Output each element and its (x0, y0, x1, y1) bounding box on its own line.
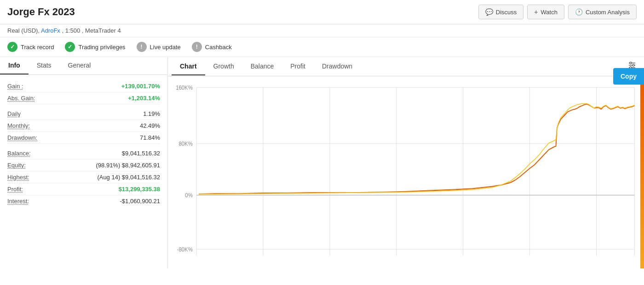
track-record-label: Track record (21, 44, 54, 51)
stat-drawdown-value: 71.84% (140, 134, 160, 141)
chart-tab-growth[interactable]: Growth (205, 58, 242, 75)
stat-drawdown-label: Drawdown: (7, 134, 37, 141)
subtitle-prefix: Real (USD), (7, 27, 41, 34)
svg-text:80K%: 80K% (178, 140, 193, 146)
chart-tab-balance[interactable]: Balance (242, 58, 282, 75)
svg-text:-80K%: -80K% (177, 246, 193, 252)
stat-separator-2 (7, 144, 160, 148)
left-tab-row: Info Stats General (0, 57, 167, 75)
badge-track-record: ✓ Track record (7, 42, 54, 52)
cashback-icon: ! (192, 42, 202, 52)
stat-abs-gain-value: +1,203.14% (128, 95, 160, 102)
tab-general[interactable]: General (60, 57, 99, 74)
stat-interest: Interest: -$1,060,900.21 (7, 195, 160, 207)
broker-link[interactable]: AdroFx (41, 27, 60, 34)
left-panel: Info Stats General Gain : +139,001.70% A… (0, 57, 168, 268)
svg-text:160K%: 160K% (176, 84, 193, 90)
live-update-icon: ! (137, 42, 147, 52)
stat-highest-value: (Aug 14) $9,041,516.32 (97, 174, 160, 181)
badge-trading-privileges: ✓ Trading privileges (65, 42, 125, 52)
stat-monthly-label: Monthly: (7, 122, 30, 129)
subtitle-bar: Real (USD), AdroFx , 1:500 , MetaTrader … (0, 24, 644, 37)
discuss-icon: 💬 (485, 8, 493, 16)
stat-monthly-value: 42.49% (140, 122, 160, 129)
custom-analysis-icon: 🕐 (575, 8, 583, 16)
badge-live-update: ! Live update (137, 42, 181, 52)
main-content: Info Stats General Gain : +139,001.70% A… (0, 57, 644, 268)
orange-accent-bar (640, 76, 644, 268)
badge-bar: ✓ Track record ✓ Trading privileges ! Li… (0, 37, 644, 57)
watch-button[interactable]: + Watch (527, 5, 564, 19)
badge-cashback: ! Cashback (192, 42, 232, 52)
header-actions: 💬 Discuss + Watch 🕐 Custom Analysis (478, 5, 637, 19)
page-header: Jorge Fx 2023 💬 Discuss + Watch 🕐 Custom… (0, 0, 644, 24)
stat-interest-value: -$1,060,900.21 (120, 198, 160, 205)
svg-point-3 (630, 62, 632, 64)
stat-monthly: Monthly: 42.49% (7, 120, 160, 132)
stat-equity-value: (98.91%) $8,942,605.91 (96, 162, 161, 169)
stat-profit: Profit: $13,299,335.38 (7, 183, 160, 195)
stat-equity-label: Equity: (7, 162, 26, 169)
stat-gain: Gain : +139,001.70% (7, 80, 160, 92)
stat-drawdown: Drawdown: 71.84% (7, 132, 160, 144)
custom-analysis-button[interactable]: 🕐 Custom Analysis (568, 5, 637, 19)
subtitle-suffix: , 1:500 , MetaTrader 4 (60, 27, 121, 34)
custom-analysis-label: Custom Analysis (586, 9, 630, 16)
stat-highest-label: Highest: (7, 174, 29, 181)
stat-gain-value: +139,001.70% (121, 83, 160, 90)
right-panel: Chart Growth Balance Profit Drawdown (168, 57, 644, 268)
copy-button[interactable]: Copy (613, 68, 644, 85)
discuss-label: Discuss (496, 9, 517, 16)
stats-table: Gain : +139,001.70% Abs. Gain: +1,203.14… (0, 75, 167, 268)
stat-abs-gain-label: Abs. Gain: (7, 95, 35, 102)
stat-profit-value: $13,299,335.38 (119, 186, 160, 193)
stat-balance: Balance: $9,041,516.32 (7, 148, 160, 160)
stat-highest: Highest: (Aug 14) $9,041,516.32 (7, 171, 160, 183)
stat-daily-label: Daily (7, 110, 21, 117)
chart-area: 160K% 80K% 0% -80K% (168, 76, 644, 268)
stat-abs-gain: Abs. Gain: +1,203.14% (7, 92, 160, 104)
track-record-icon: ✓ (7, 42, 17, 52)
svg-text:0%: 0% (185, 192, 193, 198)
stat-profit-label: Profit: (7, 186, 23, 193)
stat-daily: Daily 1.19% (7, 108, 160, 120)
trading-privileges-label: Trading privileges (78, 44, 125, 51)
stat-gain-label: Gain : (7, 83, 23, 90)
chart-tab-drawdown[interactable]: Drawdown (314, 58, 361, 75)
stat-balance-value: $9,041,516.32 (122, 150, 160, 157)
tab-info[interactable]: Info (0, 57, 29, 74)
tab-stats[interactable]: Stats (29, 57, 60, 74)
cashback-label: Cashback (205, 44, 232, 51)
chart-svg: 160K% 80K% 0% -80K% (168, 76, 644, 268)
watch-label: Watch (541, 9, 558, 16)
chart-tab-profit[interactable]: Profit (282, 58, 314, 75)
stat-equity: Equity: (98.91%) $8,942,605.91 (7, 160, 160, 171)
svg-point-4 (632, 64, 634, 66)
chart-tab-chart[interactable]: Chart (172, 58, 205, 75)
stat-balance-label: Balance: (7, 150, 31, 157)
stat-separator-1 (7, 104, 160, 108)
chart-tab-row: Chart Growth Balance Profit Drawdown (168, 57, 644, 76)
watch-icon: + (534, 8, 538, 16)
live-update-label: Live update (150, 44, 181, 51)
trading-privileges-icon: ✓ (65, 42, 75, 52)
stat-daily-value: 1.19% (143, 110, 160, 117)
stat-interest-label: Interest: (7, 198, 29, 205)
page-title: Jorge Fx 2023 (7, 6, 75, 18)
discuss-button[interactable]: 💬 Discuss (478, 5, 524, 19)
